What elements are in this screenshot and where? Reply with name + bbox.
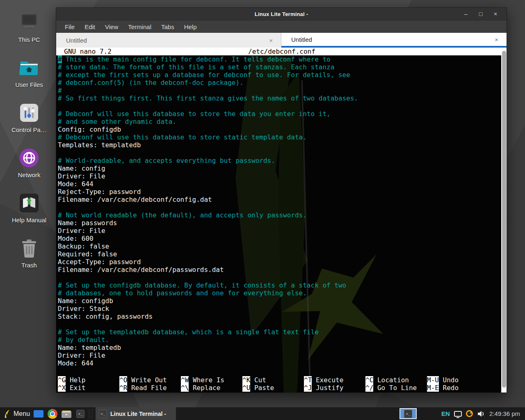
nano-line: Mode: 644 bbox=[58, 359, 500, 367]
menu-bar: File Edit View Terminal Tabs Help bbox=[56, 20, 507, 33]
workspace-pager-active[interactable]: >_ bbox=[399, 408, 417, 419]
system-tray: EN 2:49:36 pm bbox=[441, 410, 522, 418]
nano-shortcut[interactable]: ^T Execute bbox=[304, 376, 365, 384]
nano-shortcut[interactable]: ^J Justify bbox=[304, 384, 365, 392]
nano-line bbox=[58, 274, 500, 281]
nano-line: Name: configdb bbox=[58, 297, 500, 305]
window-title: Linux Lite Terminal - bbox=[56, 11, 507, 17]
chrome-icon bbox=[48, 409, 57, 419]
nano-version: GNU nano 7.2 bbox=[56, 48, 112, 55]
menu-edit[interactable]: Edit bbox=[80, 22, 100, 32]
desktop-icon-label: Help Manual bbox=[12, 217, 46, 224]
tab-untitled-1[interactable]: Untitled × bbox=[56, 33, 281, 48]
nano-shortcut-key: ^J bbox=[304, 384, 312, 392]
nano-shortcut[interactable]: M-U Undo bbox=[427, 376, 488, 384]
nano-shortcut[interactable]: ^W Where Is bbox=[181, 376, 242, 384]
nano-shortcut[interactable]: ^K Cut bbox=[242, 376, 304, 384]
nano-shortcut-column: ^W Where Is^\ Replace bbox=[181, 376, 242, 392]
nano-line: Reject-Type: password bbox=[58, 188, 500, 196]
taskbar: Menu >_ >_ Linux Lite Terminal - >_ EN bbox=[0, 407, 525, 420]
tab-close-icon[interactable]: × bbox=[492, 36, 501, 43]
nano-shortcut[interactable]: ^G Help bbox=[58, 376, 119, 384]
nano-shortcut[interactable]: ^X Exit bbox=[58, 384, 119, 392]
desktop-window-icon bbox=[34, 410, 43, 418]
scrollbar-thumb[interactable] bbox=[502, 51, 506, 388]
taskbar-window-button[interactable]: >_ Linux Lite Terminal - bbox=[96, 407, 176, 420]
nano-shortcut[interactable]: ^\ Replace bbox=[181, 384, 242, 392]
nano-line: Driver: Stack bbox=[58, 305, 500, 313]
desktop-icon-control-panel[interactable]: Control Pa… bbox=[5, 101, 53, 146]
nano-line: Accept-Type: password bbox=[58, 258, 500, 266]
nano-line bbox=[58, 203, 500, 211]
menu-button-label: Menu bbox=[14, 410, 30, 418]
menu-view[interactable]: View bbox=[100, 22, 123, 32]
volume-icon[interactable] bbox=[477, 410, 485, 418]
nano-shortcut-column: ^C Location^/ Go To Line bbox=[365, 376, 427, 392]
app-menu-button[interactable]: Menu bbox=[3, 409, 30, 418]
desktop-icon-help-manual[interactable]: Help Manual bbox=[5, 191, 53, 236]
menu-tabs[interactable]: Tabs bbox=[157, 22, 179, 32]
nano-shortcut[interactable]: ^/ Go To Line bbox=[365, 384, 427, 392]
nano-shortcut[interactable]: ^C Location bbox=[365, 376, 427, 384]
nano-shortcut-bar: ^G Help^X Exit^O Write Out^R Read File^W… bbox=[58, 376, 500, 392]
terminal-screen[interactable]: GNU nano 7.2 /etc/debconf.conf # This is… bbox=[56, 48, 507, 393]
window-controls: – □ × bbox=[461, 11, 507, 17]
chrome-launcher[interactable] bbox=[47, 409, 58, 419]
nano-shortcut[interactable]: ^U Paste bbox=[242, 384, 304, 392]
nano-line: # by default. bbox=[58, 336, 500, 344]
nano-shortcut[interactable]: ^O Write Out bbox=[119, 376, 181, 384]
terminal-icon: >_ bbox=[404, 410, 412, 418]
updates-available-icon[interactable] bbox=[466, 410, 473, 417]
terminal-scrollbar[interactable] bbox=[501, 48, 507, 393]
nano-shortcut[interactable]: M-E Redo bbox=[427, 384, 488, 392]
close-icon[interactable]: × bbox=[490, 11, 501, 17]
nano-shortcut-key: M-E bbox=[427, 384, 439, 392]
nano-shortcut-key: ^O bbox=[119, 376, 127, 384]
nano-line: Name: passwords bbox=[58, 219, 500, 227]
desktop-icon-label: Network bbox=[18, 171, 40, 178]
nano-shortcut-key: ^T bbox=[304, 376, 312, 384]
keyboard-layout-indicator[interactable]: EN bbox=[441, 410, 450, 417]
linux-lite-logo-icon bbox=[3, 409, 11, 418]
tab-untitled-2-active[interactable]: Untitled × bbox=[281, 33, 507, 48]
nano-shortcut-key: ^G bbox=[58, 376, 66, 384]
nano-shortcut-key: ^R bbox=[119, 384, 127, 392]
clock[interactable]: 2:49:36 pm bbox=[489, 410, 520, 417]
nano-file-path: /etc/debconf.conf bbox=[112, 48, 452, 55]
tasklist-handle[interactable] bbox=[89, 409, 92, 418]
desktop-icon-this-pc[interactable]: This PC bbox=[5, 11, 53, 56]
nano-line: # Debconf will use this database to stor… bbox=[58, 133, 500, 141]
network-globe-icon bbox=[19, 146, 39, 170]
nano-line: Mode: 600 bbox=[58, 235, 500, 242]
tab-close-icon[interactable]: × bbox=[267, 37, 275, 44]
display-settings-icon[interactable] bbox=[454, 411, 462, 417]
menu-help[interactable]: Help bbox=[180, 22, 201, 32]
menu-file[interactable]: File bbox=[60, 22, 79, 32]
nano-buffer: # This is the main config file for debco… bbox=[58, 55, 500, 367]
maximize-icon[interactable]: □ bbox=[475, 11, 486, 17]
nano-shortcut-column: M-U UndoM-E Redo bbox=[427, 376, 488, 392]
nano-cursor: # bbox=[58, 55, 62, 63]
desktop-icon-network[interactable]: Network bbox=[5, 146, 53, 191]
desktop-icon-trash[interactable]: Trash bbox=[5, 236, 53, 281]
desktop-icon-user-files[interactable]: User Files bbox=[5, 56, 53, 101]
minimize-icon[interactable]: – bbox=[461, 11, 471, 17]
nano-line: Name: templatedb bbox=[58, 344, 500, 352]
nano-shortcut-key: ^W bbox=[181, 376, 189, 384]
nano-shortcut-key: ^X bbox=[58, 384, 66, 392]
nano-line: # Set up the configdb database. By defau… bbox=[58, 281, 500, 289]
show-desktop-button[interactable] bbox=[33, 409, 44, 419]
nano-shortcut-column: ^K Cut^U Paste bbox=[242, 376, 304, 392]
menu-terminal[interactable]: Terminal bbox=[123, 22, 156, 32]
nano-line: Driver: File bbox=[58, 352, 500, 359]
nano-shortcut-key: ^/ bbox=[365, 384, 373, 392]
nano-line bbox=[58, 320, 500, 328]
window-titlebar[interactable]: Linux Lite Terminal - – □ × bbox=[56, 8, 507, 20]
file-manager-launcher[interactable] bbox=[61, 409, 72, 419]
nano-line: # So first things first. This first stan… bbox=[58, 94, 500, 102]
nano-shortcut[interactable]: ^R Read File bbox=[119, 384, 181, 392]
nano-line bbox=[58, 102, 500, 110]
nano-line: # This is the main config file for debco… bbox=[58, 55, 500, 63]
terminal-launcher[interactable]: >_ bbox=[75, 409, 86, 419]
nano-line: # Not world readable (the default), and … bbox=[58, 211, 500, 219]
